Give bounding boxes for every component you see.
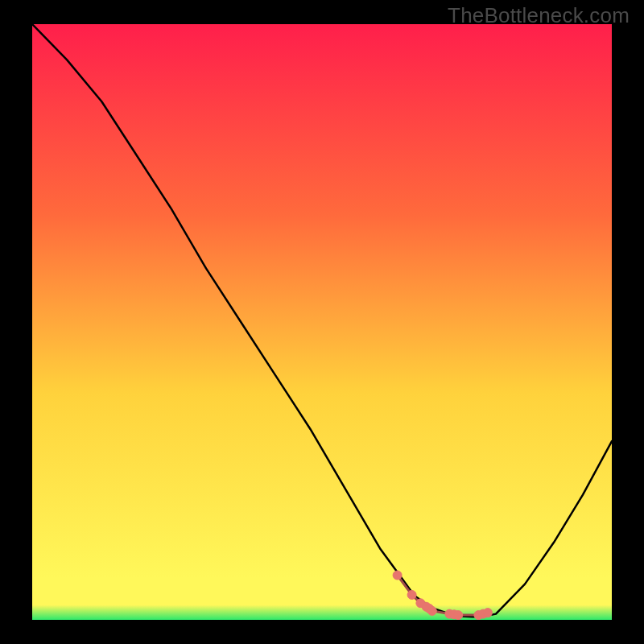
data-marker bbox=[427, 606, 436, 615]
watermark-text: TheBottleneck.com bbox=[448, 3, 630, 28]
gradient-background bbox=[32, 24, 612, 620]
data-marker bbox=[454, 611, 463, 620]
chart-frame: TheBottleneck.com bbox=[0, 0, 644, 644]
data-marker bbox=[407, 590, 416, 599]
data-marker bbox=[393, 571, 402, 580]
data-marker bbox=[483, 609, 492, 617]
chart-svg bbox=[32, 24, 612, 620]
plot-area bbox=[32, 24, 612, 620]
